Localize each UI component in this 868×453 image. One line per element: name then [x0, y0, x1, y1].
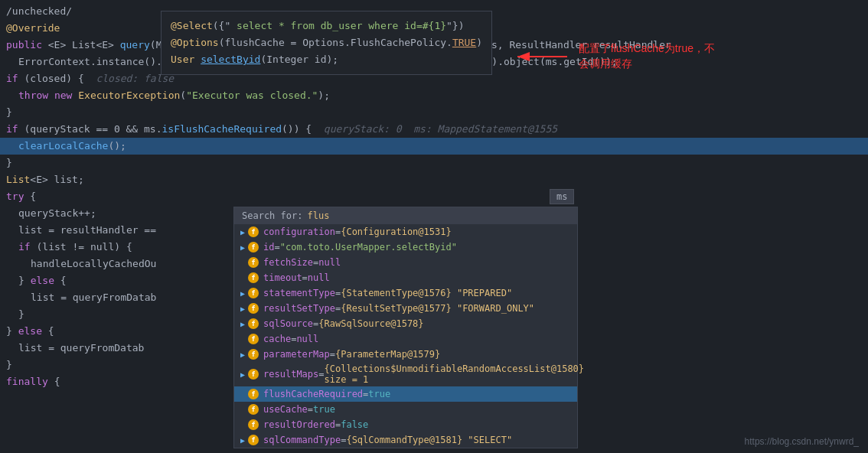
field-icon: f	[248, 389, 259, 399]
field-icon: f	[248, 349, 259, 360]
tooltip-line-1: @Select({" select * from db_user where i…	[171, 18, 482, 34]
field-icon: f	[248, 404, 259, 415]
field-icon: f	[248, 334, 259, 344]
tooltip-line-2: @Options(flushCache = Options.FlushCache…	[171, 34, 482, 51]
field-icon: f	[248, 257, 259, 268]
code-line: }	[0, 155, 868, 171]
ms-debug-tooltip: ms	[550, 189, 574, 204]
list-item[interactable]: ▶ f cache = null	[234, 331, 577, 347]
code-line: if (queryStack == 0 && ms.isFlushCacheRe…	[0, 121, 868, 138]
code-line-highlight: clearLocalCache();	[0, 138, 868, 155]
field-icon: f	[248, 419, 259, 430]
field-icon: f	[248, 226, 259, 237]
field-icon: f	[248, 272, 259, 283]
field-icon: f	[248, 303, 259, 314]
field-icon: f	[248, 369, 259, 380]
search-dropdown[interactable]: Search for: flus ▶ f configuration = {Co…	[233, 207, 578, 448]
list-item[interactable]: ▶ f useCache = true	[234, 402, 577, 417]
search-value: flus	[307, 210, 329, 221]
field-icon: f	[248, 288, 259, 298]
field-icon: f	[248, 242, 259, 253]
list-item[interactable]: ▶ f resultOrdered = false	[234, 417, 577, 432]
list-item[interactable]: ▶ f statementType = {StatementType@1576}…	[234, 285, 577, 301]
tooltip-line-3: User selectByid(Integer id);	[171, 51, 482, 68]
list-item[interactable]: ▶ f fetchSize = null	[234, 255, 577, 270]
code-line: List<E> list;	[0, 171, 868, 188]
list-item[interactable]: ▶ f sqlCommandType = {SqlCommandType@158…	[234, 432, 577, 448]
list-item[interactable]: ▶ f parameterMap = {ParameterMap@1579}	[234, 347, 577, 362]
code-line: throw new ExecutorException("Executor wa…	[0, 87, 868, 104]
list-item[interactable]: ▶ f resultSetType = {ResultSetType@1577}…	[234, 301, 577, 316]
list-item-selected[interactable]: ▶ f flushCacheRequired = true	[234, 386, 577, 402]
code-line: }	[0, 104, 868, 121]
arrow-icon	[514, 45, 575, 68]
list-item[interactable]: ▶ f configuration = {Configuration@1531}	[234, 224, 577, 240]
arrow-annotation: 配置了flushCache为true，不 会调用缓存	[514, 41, 715, 71]
field-icon: f	[248, 435, 259, 445]
list-item[interactable]: ▶ f id = "com.toto.UserMapper.selectByid…	[234, 240, 577, 255]
list-item[interactable]: ▶ f resultMaps = {Collections$Unmodifiab…	[234, 362, 577, 386]
list-item[interactable]: ▶ f sqlSource = {RawSqlSource@1578}	[234, 316, 577, 331]
list-item[interactable]: ▶ f timeout = null	[234, 270, 577, 285]
code-line: try {	[0, 188, 868, 205]
search-header: Search for: flus	[234, 207, 577, 224]
annotation-text: 配置了flushCache为true，不 会调用缓存	[579, 41, 715, 71]
search-label: Search for:	[242, 210, 302, 221]
watermark: https://blog.csdn.net/ynwrd_	[745, 436, 859, 447]
field-icon: f	[248, 318, 259, 329]
tooltip-box: @Select({" select * from db_user where i…	[161, 11, 492, 75]
